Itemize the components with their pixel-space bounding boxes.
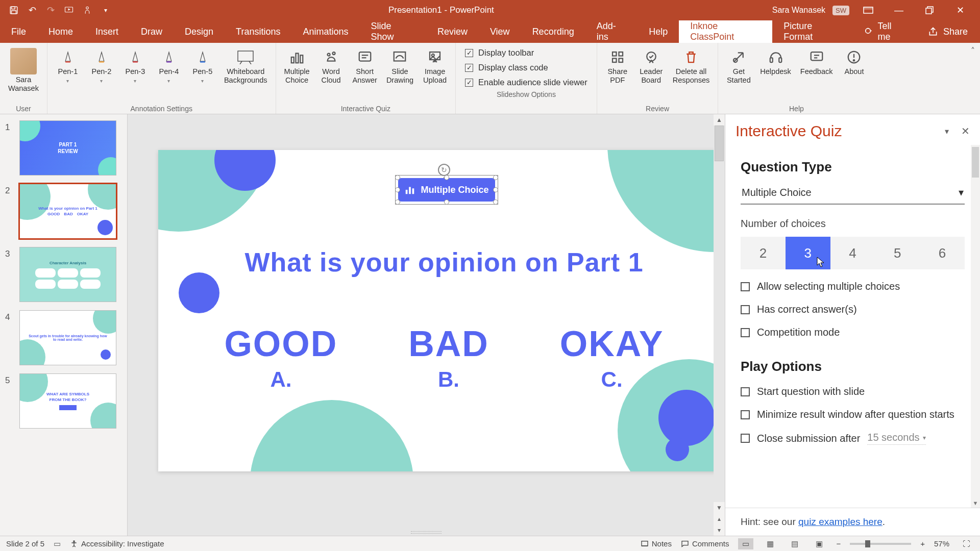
- signed-in-user[interactable]: Sara Wanasek: [772, 6, 825, 15]
- resize-handle[interactable]: [395, 175, 400, 180]
- fit-to-window-icon[interactable]: ⛶: [959, 538, 974, 549]
- minimize-icon[interactable]: —: [887, 0, 911, 20]
- accessibility-status[interactable]: Accessibility: Investigate: [70, 539, 164, 548]
- slide-thumbnail-3[interactable]: Character Analysis: [19, 247, 116, 302]
- notes-splitter[interactable]: [411, 531, 442, 534]
- enable-audience-slide-viewer-checkbox[interactable]: ✓Enable audience slide viewer: [465, 78, 587, 87]
- display-toolbar-checkbox[interactable]: ✓Display toolbar: [465, 48, 587, 58]
- tab-file[interactable]: File: [0, 20, 37, 43]
- delete-all-responses-button[interactable]: Delete allResponses: [670, 46, 713, 86]
- slide-counter[interactable]: Slide 2 of 5: [6, 539, 44, 548]
- slide-option-b[interactable]: BADB.: [408, 323, 489, 392]
- tab-home[interactable]: Home: [37, 20, 84, 43]
- status-icon[interactable]: ▭: [54, 539, 61, 548]
- next-slide-icon[interactable]: ▾: [714, 524, 725, 536]
- pen-2-button[interactable]: Pen-2▾: [86, 46, 117, 86]
- ribbon-display-options-icon[interactable]: [856, 0, 880, 20]
- start-with-slide-checkbox[interactable]: Start question with slide: [741, 386, 965, 397]
- pen-1-button[interactable]: Pen-1▾: [53, 46, 83, 86]
- slideshow-view-icon[interactable]: ▣: [812, 538, 827, 549]
- user-initials-badge[interactable]: SW: [832, 6, 849, 15]
- user-profile-button[interactable]: SaraWanasek: [5, 46, 42, 94]
- num-choices-6[interactable]: 6: [920, 237, 965, 269]
- num-choices-2[interactable]: 2: [741, 237, 786, 269]
- scrollbar-thumb[interactable]: [715, 126, 724, 161]
- tab-recording[interactable]: Recording: [521, 20, 585, 43]
- resize-handle[interactable]: [444, 199, 449, 205]
- slide-thumbnail-2[interactable]: What is your opinion on Part 1 GOODBADOK…: [19, 184, 116, 239]
- save-icon[interactable]: [9, 6, 18, 15]
- prev-slide-icon[interactable]: ▴: [714, 513, 725, 524]
- multiple-choice-button[interactable]: MultipleChoice: [281, 46, 313, 86]
- pen-5-button[interactable]: Pen-5▾: [187, 46, 218, 86]
- tab-design[interactable]: Design: [174, 20, 225, 43]
- maximize-icon[interactable]: [918, 0, 941, 20]
- tab-add-ins[interactable]: Add-ins: [585, 20, 638, 43]
- pane-close-icon[interactable]: ✕: [961, 125, 970, 137]
- leader-board-button[interactable]: LeaderBoard: [636, 46, 667, 86]
- slideshow-from-start-icon[interactable]: [64, 6, 74, 15]
- slide-drawing-button[interactable]: SlideDrawing: [383, 46, 416, 86]
- get-started-button[interactable]: GetStarted: [723, 46, 754, 86]
- tab-insert[interactable]: Insert: [84, 20, 130, 43]
- slide-question-text[interactable]: What is your opinion on Part 1: [158, 247, 730, 278]
- competition-mode-checkbox[interactable]: Competition mode: [741, 327, 965, 338]
- slide-canvas[interactable]: ↻ Multiple Choice What is your opinion o…: [158, 150, 730, 471]
- close-icon[interactable]: ✕: [948, 0, 972, 20]
- share-pdf-button[interactable]: SharePDF: [602, 46, 633, 86]
- pen-3-button[interactable]: Pen-3▾: [120, 46, 151, 86]
- comments-button[interactable]: Comments: [681, 539, 729, 548]
- resize-handle[interactable]: [493, 199, 498, 205]
- scroll-down-icon[interactable]: ▼: [714, 502, 725, 513]
- rotate-handle-icon[interactable]: ↻: [438, 164, 450, 176]
- helpdesk-button[interactable]: Helpdesk: [757, 46, 794, 78]
- scroll-up-icon[interactable]: ▲: [714, 114, 725, 126]
- quiz-examples-link[interactable]: quiz examples here: [798, 516, 883, 527]
- slide-option-a[interactable]: GOODA.: [224, 323, 337, 392]
- pane-options-icon[interactable]: ▾: [945, 127, 949, 136]
- notes-button[interactable]: Notes: [641, 539, 672, 548]
- slide-thumbnail-4[interactable]: Scout gets in trouble for already knowin…: [19, 310, 116, 365]
- display-class-code-checkbox[interactable]: ✓Display class code: [465, 63, 587, 72]
- num-choices-4[interactable]: 4: [830, 237, 875, 269]
- tab-review[interactable]: Review: [426, 20, 479, 43]
- slide-thumbnail-panel[interactable]: 1 PART 1REVIEW 2 What is your opinion on…: [0, 114, 128, 536]
- close-submission-checkbox[interactable]: Close submission after 15 seconds ▾: [741, 432, 965, 445]
- normal-view-icon[interactable]: ▭: [738, 538, 753, 549]
- redo-icon[interactable]: ↷: [46, 6, 55, 15]
- tab-draw[interactable]: Draw: [130, 20, 174, 43]
- tab-slide-show[interactable]: Slide Show: [360, 20, 426, 43]
- vertical-scrollbar[interactable]: ▲ ▼ ▴ ▾: [714, 114, 725, 536]
- num-choices-3[interactable]: 3: [786, 237, 830, 269]
- short-answer-button[interactable]: ShortAnswer: [350, 46, 380, 86]
- tab-inknoe-classpoint[interactable]: Inknoe ClassPoint: [679, 20, 772, 43]
- zoom-in-icon[interactable]: +: [920, 539, 925, 548]
- tab-picture-format[interactable]: Picture Format: [772, 20, 852, 43]
- reading-view-icon[interactable]: ▤: [787, 538, 802, 549]
- tell-me-search[interactable]: Tell me: [853, 20, 916, 43]
- slide-thumbnail-1[interactable]: PART 1REVIEW: [19, 120, 116, 176]
- tab-help[interactable]: Help: [638, 20, 679, 43]
- resize-handle[interactable]: [444, 175, 449, 180]
- allow-multiple-checkbox[interactable]: Allow selecting multiple choices: [741, 281, 965, 292]
- zoom-out-icon[interactable]: −: [836, 539, 841, 548]
- whiteboard-backgrounds-button[interactable]: WhiteboardBackgrounds: [221, 46, 271, 86]
- pane-scrollbar[interactable]: ▲ ▼: [971, 145, 980, 508]
- about-button[interactable]: About: [839, 46, 869, 78]
- slide-option-c[interactable]: OKAYC.: [560, 323, 664, 392]
- zoom-slider[interactable]: [850, 543, 911, 545]
- resize-handle[interactable]: [395, 187, 400, 192]
- tab-animations[interactable]: Animations: [291, 20, 359, 43]
- touch-mode-icon[interactable]: [83, 6, 92, 15]
- resize-handle[interactable]: [493, 175, 498, 180]
- pen-4-button[interactable]: Pen-4▾: [154, 46, 184, 86]
- tab-transitions[interactable]: Transitions: [225, 20, 291, 43]
- close-submission-time-dropdown[interactable]: 15 seconds ▾: [867, 432, 925, 445]
- resize-handle[interactable]: [395, 199, 400, 205]
- image-upload-button[interactable]: ImageUpload: [420, 46, 450, 86]
- minimize-result-checkbox[interactable]: Minimize result window after question st…: [741, 409, 965, 420]
- scroll-down-icon[interactable]: ▼: [971, 498, 980, 508]
- has-correct-answer-checkbox[interactable]: Has correct answer(s): [741, 304, 965, 315]
- feedback-button[interactable]: Feedback: [797, 46, 836, 78]
- slide-thumbnail-5[interactable]: WHAT ARE SYMBOLSFROM THE BOOK?: [19, 373, 116, 429]
